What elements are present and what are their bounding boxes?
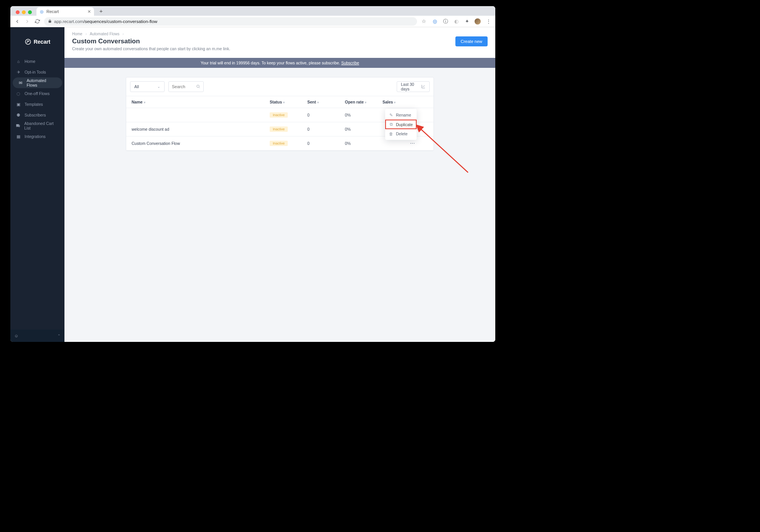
flow-name[interactable]: welcome discount ad [132, 127, 270, 131]
col-sent-header[interactable]: Sent▾ [307, 100, 345, 104]
sent-value: 0 [307, 127, 345, 131]
subscribe-link[interactable]: Subscribe [341, 61, 359, 65]
sent-value: 0 [307, 141, 345, 146]
trash-icon: 🗑 [389, 131, 393, 136]
breadcrumb: Home › Automated Flows › [72, 32, 488, 36]
chat-single-icon: ◌ [16, 91, 21, 96]
status-badge: Inactive [270, 141, 288, 146]
search-box[interactable] [168, 81, 204, 92]
back-button[interactable] [14, 18, 20, 25]
chat-icon: ✉ [18, 80, 23, 85]
menu-item-label: Rename [396, 113, 411, 117]
sort-icon: ▾ [365, 101, 366, 104]
sidebar-item-label: Abandoned Cart List [24, 121, 59, 130]
chevron-down-icon: ⌄ [157, 85, 160, 89]
app-root: Recart ⌂Home ✈Opt-in Tools ✉Automated Fl… [10, 27, 495, 342]
open-value: 0% [345, 127, 382, 131]
favicon-icon: ◎ [40, 9, 44, 14]
sidebar-item-templates[interactable]: ▣Templates [10, 99, 64, 110]
new-tab-button[interactable]: + [97, 8, 105, 16]
address-bar[interactable]: app.recart.com/sequences/custom-conversa… [44, 17, 417, 26]
extension-recart-icon[interactable]: ◎ [432, 18, 438, 25]
content-area: Home › Automated Flows › Custom Conversa… [64, 27, 495, 342]
sidebar-item-integrations[interactable]: ▦Integrations [10, 131, 64, 142]
box-icon: ▣ [16, 102, 21, 107]
menu-icon[interactable]: ⋮ [485, 18, 491, 25]
flow-name[interactable]: Custom Conversation Flow [132, 141, 270, 146]
rename-menu-item[interactable]: ✎Rename [385, 110, 417, 120]
url-domain: app.recart.com [54, 19, 84, 24]
sidebar-item-optin[interactable]: ✈Opt-in Tools [10, 67, 64, 77]
breadcrumb-item[interactable]: Home [72, 32, 82, 36]
page-title: Custom Conversation [72, 38, 488, 45]
extension-ghost-icon[interactable]: ◐ [453, 18, 459, 25]
sidebar-item-automated-flows[interactable]: ✉Automated Flows [13, 77, 62, 88]
open-value: 0% [345, 113, 382, 117]
maximize-window-icon[interactable] [28, 10, 32, 14]
table-header: Name▾ Status▾ Sent▾ Open rate▾ Sales▾ [126, 96, 434, 108]
extensions-icon[interactable]: ✦ [464, 18, 470, 25]
sidebar-item-label: Opt-in Tools [25, 70, 46, 74]
browser-tab[interactable]: ◎ Recart ✕ [36, 7, 94, 16]
svg-point-0 [25, 39, 31, 44]
user-strip[interactable]: ☺ ⌃ [10, 330, 64, 342]
date-range-button[interactable]: Last 30 days [397, 81, 430, 92]
sidebar-item-label: Subscribers [25, 113, 46, 117]
breadcrumb-item[interactable]: Automated Flows [90, 32, 119, 36]
col-name-header[interactable]: Name▾ [132, 100, 270, 104]
bookmark-icon[interactable]: ☆ [421, 18, 427, 25]
browser-window: ◎ Recart ✕ + app.recart.com/sequences/cu… [10, 6, 495, 342]
col-sales-header[interactable]: Sales▾ [382, 100, 410, 104]
chevron-right-icon: › [122, 32, 124, 36]
filter-dropdown[interactable]: All ⌄ [130, 81, 165, 92]
home-icon: ⌂ [16, 59, 21, 64]
user-icon: ☺ [14, 333, 18, 338]
nav-list: ⌂Home ✈Opt-in Tools ✉Automated Flows ◌On… [10, 56, 64, 330]
grid-icon: ▦ [16, 134, 21, 139]
sidebar-item-label: Integrations [25, 134, 46, 139]
sidebar-item-label: Automated Flows [27, 78, 57, 87]
row-actions-button[interactable]: ··· [410, 141, 415, 146]
copy-icon: ⧉ [389, 122, 393, 127]
minimize-window-icon[interactable] [22, 10, 26, 14]
status-badge: Inactive [270, 112, 288, 118]
duplicate-menu-item[interactable]: ⧉Duplicate [385, 120, 417, 129]
chart-icon [421, 84, 425, 89]
brand-logo[interactable]: Recart [10, 27, 64, 56]
context-menu: ✎Rename ⧉Duplicate 🗑Delete [385, 109, 417, 140]
col-status-header[interactable]: Status▾ [270, 100, 307, 104]
sidebar-item-label: Home [25, 59, 35, 64]
forward-button[interactable] [24, 18, 30, 25]
create-new-button[interactable]: Create new [455, 36, 488, 46]
reload-button[interactable] [34, 18, 40, 25]
sort-icon: ▾ [283, 101, 285, 104]
sidebar-item-subscribers[interactable]: ⚉Subscribers [10, 110, 64, 120]
pencil-icon: ✎ [389, 113, 393, 117]
tab-strip: ◎ Recart ✕ + [10, 6, 495, 16]
panel-toolbar: All ⌄ Last 30 days [126, 77, 434, 96]
info-icon[interactable]: ⓘ [442, 18, 448, 25]
profile-avatar[interactable] [475, 18, 481, 25]
close-window-icon[interactable] [16, 10, 20, 14]
people-icon: ⚉ [16, 112, 21, 118]
sidebar-item-abandoned[interactable]: ⛟Abandoned Cart List [10, 120, 64, 131]
brand-text: Recart [34, 39, 51, 45]
sort-icon: ▾ [144, 101, 145, 104]
col-open-header[interactable]: Open rate▾ [345, 100, 382, 104]
delete-menu-item[interactable]: 🗑Delete [385, 129, 417, 138]
sidebar-item-oneoff[interactable]: ◌One-off Flows [10, 88, 64, 99]
sidebar: Recart ⌂Home ✈Opt-in Tools ✉Automated Fl… [10, 27, 64, 342]
tab-close-icon[interactable]: ✕ [87, 9, 91, 14]
chevron-up-icon: ⌃ [58, 334, 61, 338]
search-input[interactable] [172, 84, 194, 89]
tab-title: Recart [46, 9, 85, 14]
menu-item-label: Duplicate [396, 122, 413, 127]
banner-text: Your trial will end in 199956 days. To k… [201, 61, 341, 65]
sort-icon: ▾ [394, 101, 396, 104]
svg-point-1 [197, 85, 199, 87]
sidebar-item-home[interactable]: ⌂Home [10, 56, 64, 67]
flows-panel: All ⌄ Last 30 days [126, 77, 434, 151]
url-path: /sequences/custom-conversation-flow [84, 19, 157, 24]
window-controls[interactable] [14, 10, 33, 16]
url-bar: app.recart.com/sequences/custom-conversa… [10, 16, 495, 27]
